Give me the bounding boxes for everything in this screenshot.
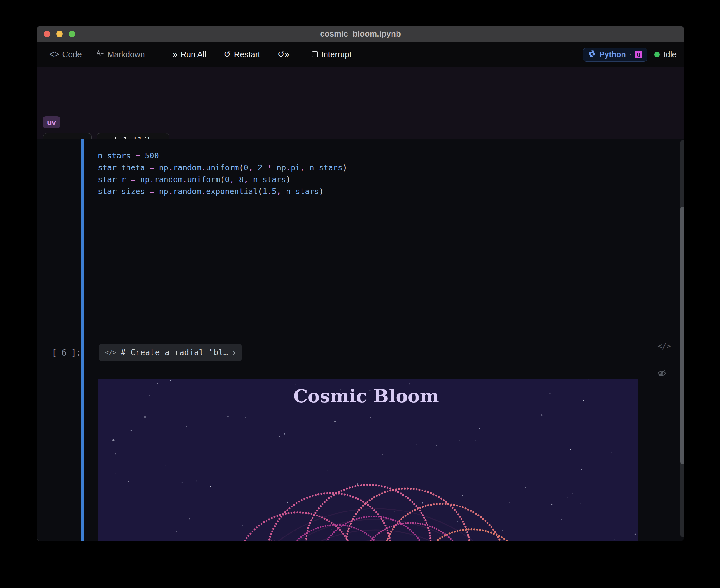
run-all-button[interactable]: » Run All <box>173 50 206 59</box>
markdown-label: Markdown <box>107 50 145 59</box>
interrupt-button[interactable]: Interrupt <box>312 50 352 59</box>
code-icon: <> <box>49 50 59 59</box>
markdown-cell-button[interactable]: Markdown <box>96 49 145 60</box>
collapsed-code-pill[interactable]: </> # Create a radial "bl… › <box>99 344 242 361</box>
python-icon <box>588 50 596 59</box>
desktop: cosmic_bloom.ipynb <> Code Markdown » Ru… <box>0 0 720 588</box>
restart-run-all-button[interactable]: ↺» <box>278 50 290 59</box>
hide-output-icon[interactable] <box>657 369 667 380</box>
kernel-name: Python <box>599 50 626 59</box>
restart-label: Restart <box>234 50 260 59</box>
code-icon: </> <box>105 349 116 356</box>
zoom-button[interactable] <box>69 30 75 37</box>
kernel-separator: · <box>629 50 632 59</box>
toggle-code-icon[interactable]: </> <box>658 342 671 351</box>
code-line: star_sizes = np.random.exponential(1.5, … <box>98 186 347 197</box>
matplotlib-output-figure <box>98 379 638 541</box>
close-button[interactable] <box>44 30 50 37</box>
kernel-status: Idle <box>654 50 677 59</box>
interrupt-label: Interrupt <box>321 50 352 59</box>
restart-button[interactable]: ↺ Restart <box>224 50 260 59</box>
collapsed-code-summary: # Create a radial "bl… <box>121 348 228 357</box>
minimize-button[interactable] <box>56 30 63 37</box>
active-cell-indicator <box>81 139 84 541</box>
status-label: Idle <box>663 50 677 59</box>
cell-execution-count: [ 6 ]: <box>52 348 81 357</box>
code-editor[interactable]: n_stars = 500star_theta = np.random.unif… <box>98 150 347 197</box>
scrollbar-thumb[interactable] <box>680 207 684 464</box>
window-controls <box>44 26 75 42</box>
markdown-icon <box>96 49 104 60</box>
run-all-icon: » <box>173 50 178 59</box>
code-label: Code <box>62 50 82 59</box>
run-all-label: Run All <box>181 50 206 59</box>
kernel-selector[interactable]: Python · u <box>583 48 647 62</box>
toolbar-right: Python · u Idle <box>583 42 677 67</box>
restart-icon: ↺ <box>224 50 231 59</box>
package-panel: uv numpy✕matplotlib✕ + Add <box>37 67 684 139</box>
stop-icon <box>312 51 318 58</box>
code-cell-button[interactable]: <> Code <box>49 50 82 59</box>
notebook-content: n_stars = 500star_theta = np.random.unif… <box>37 139 684 541</box>
code-line: star_theta = np.random.uniform(0, 2 * np… <box>98 162 347 174</box>
window-title: cosmic_bloom.ipynb <box>37 29 684 39</box>
uv-logo-icon: u <box>635 50 642 58</box>
titlebar: cosmic_bloom.ipynb <box>37 26 684 42</box>
code-line: star_r = np.random.uniform(0, 8, n_stars… <box>98 174 347 186</box>
notebook-window: cosmic_bloom.ipynb <> Code Markdown » Ru… <box>37 26 684 541</box>
restart-run-all-icon: ↺» <box>278 50 290 59</box>
status-dot-icon <box>654 52 660 57</box>
uv-manager-badge: uv <box>43 116 60 128</box>
chevron-right-icon: › <box>233 348 235 357</box>
toolbar: <> Code Markdown » Run All ↺ Restart <box>37 42 684 67</box>
code-line: n_stars = 500 <box>98 150 347 162</box>
